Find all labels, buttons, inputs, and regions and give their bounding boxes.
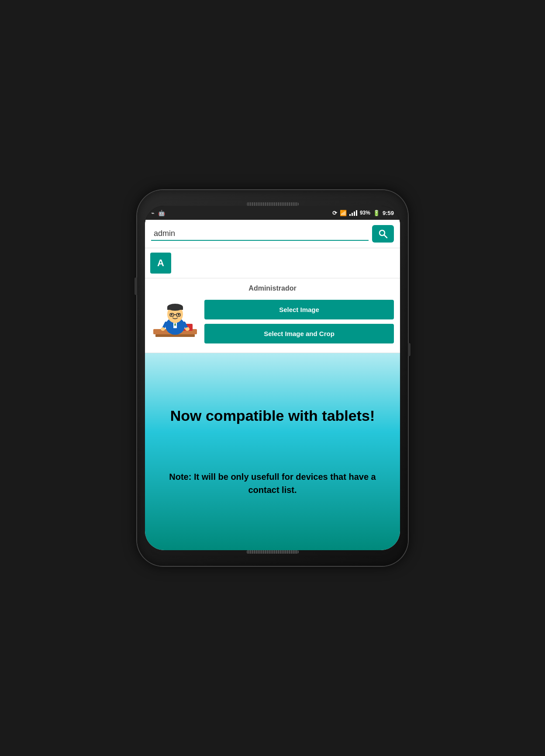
svg-line-1 [384,235,387,238]
signal-bars [349,210,357,216]
profile-card: Administrador ADMIN [145,278,400,353]
svg-rect-11 [167,307,183,310]
profile-name: Administrador [151,284,394,292]
usb-icon: ⌁ [151,210,155,216]
promo-banner: Now compatible with tablets! Note: It wi… [145,353,400,550]
screen-bezel: ⌁ 🤖 ⟳ 📶 93% 🔋 9:59 [145,206,400,550]
search-input[interactable]: admin [151,227,369,241]
contacts-area: A [145,248,400,278]
search-area: admin [145,220,400,248]
profile-avatar: ADMIN [151,298,199,346]
promo-note-text: Note: It will be only usefull for device… [158,470,387,496]
profile-buttons: Select Image Select Image and Crop [204,300,394,343]
admin-illustration: ADMIN [151,298,199,346]
screen-content: admin A Administrador [145,220,400,550]
rotate-icon: ⟳ [332,210,337,216]
svg-line-17 [163,323,166,328]
power-button [408,343,410,356]
search-button[interactable] [372,225,394,243]
svg-point-16 [178,314,179,316]
svg-point-15 [171,314,172,316]
status-right-info: ⟳ 📶 93% 🔋 9:59 [332,210,394,216]
status-left-icons: ⌁ 🤖 [151,210,165,216]
svg-point-20 [185,327,190,331]
status-bar: ⌁ 🤖 ⟳ 📶 93% 🔋 9:59 [145,206,400,220]
wifi-icon: 📶 [340,210,347,216]
promo-main-text: Now compatible with tablets! [170,407,375,425]
android-icon: 🤖 [158,210,165,216]
battery-percent: 93% [360,210,370,216]
select-image-and-crop-button[interactable]: Select Image and Crop [204,324,394,343]
battery-icon: 🔋 [373,210,380,216]
volume-button [135,277,137,295]
search-icon [378,229,388,239]
clock: 9:59 [383,210,394,216]
svg-point-18 [161,327,165,331]
contact-letter-button[interactable]: A [150,253,171,274]
device-shell: ⌁ 🤖 ⟳ 📶 93% 🔋 9:59 [137,190,408,566]
profile-body: ADMIN [151,298,394,346]
select-image-button[interactable]: Select Image [204,300,394,319]
